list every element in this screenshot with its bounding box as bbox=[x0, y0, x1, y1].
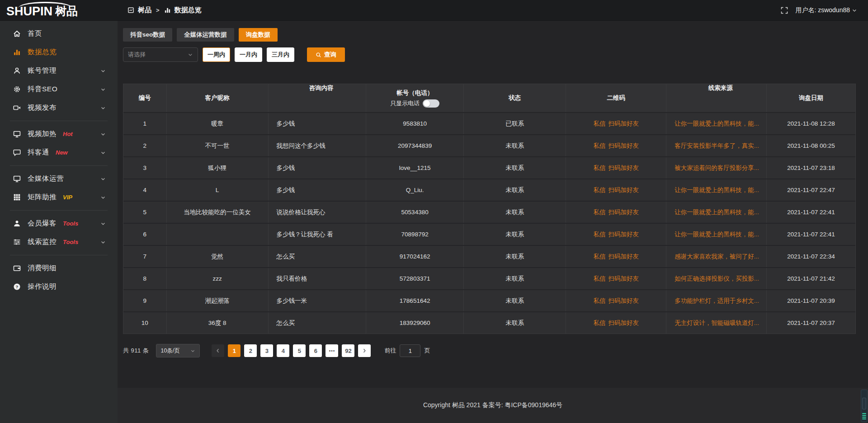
sidebar-item-8[interactable]: 全媒体运营 bbox=[0, 169, 118, 188]
lead-source-link[interactable]: 客厅安装投影半年多了，真实... bbox=[675, 142, 759, 150]
sidebar-item-badge: Hot bbox=[63, 131, 73, 137]
tab-3[interactable]: 询盘数据 bbox=[239, 28, 278, 42]
lead-source-link[interactable]: 让你一眼就爱上的黑科技，能... bbox=[675, 230, 759, 239]
inquiry-date: 2021-11-07 22:41 bbox=[767, 202, 855, 223]
page-button-1[interactable]: 1 bbox=[228, 344, 241, 357]
sidebar-item-3[interactable]: 账号管理 bbox=[0, 61, 118, 80]
status-label: 已联系 bbox=[464, 113, 566, 134]
query-button[interactable]: 查询 bbox=[307, 47, 345, 62]
prev-page-button[interactable] bbox=[212, 344, 224, 357]
logo-text-en: SHUPIN bbox=[6, 4, 52, 19]
filter-select[interactable]: 请选择 bbox=[123, 47, 198, 62]
sidebar-divider bbox=[10, 255, 108, 255]
page-button-92[interactable]: 92 bbox=[342, 344, 354, 357]
scan-add-friend-link[interactable]: 扫码加好友 bbox=[609, 253, 639, 261]
user-menu[interactable]: 用户名: zswodun88 bbox=[795, 6, 857, 14]
scan-add-friend-link[interactable]: 扫码加好友 bbox=[609, 275, 639, 283]
scan-add-friend-link[interactable]: 扫码加好友 bbox=[609, 186, 639, 194]
private-message-link[interactable]: 私信 bbox=[594, 164, 606, 172]
sidebar-item-2[interactable]: 数据总览 bbox=[0, 43, 118, 61]
page-button-2[interactable]: 2 bbox=[244, 344, 257, 357]
tab-1[interactable]: 抖音seo数据 bbox=[123, 28, 172, 42]
lead-source-link[interactable]: 无主灯设计，智能磁吸轨道灯... bbox=[675, 319, 759, 327]
toggle-knob bbox=[424, 100, 430, 107]
row-number: 6 bbox=[123, 224, 167, 245]
chevron-down-icon bbox=[100, 240, 106, 245]
fullscreen-icon[interactable] bbox=[781, 7, 788, 14]
lead-source-link[interactable]: 感谢大家喜欢我家，被问了好... bbox=[675, 253, 759, 261]
scan-add-friend-link[interactable]: 扫码加好友 bbox=[609, 120, 639, 128]
sidebar-item-badge: Tools bbox=[63, 239, 78, 245]
sidebar-item-4[interactable]: 抖音SEO bbox=[0, 80, 118, 99]
account-phone: Q_Liu. bbox=[366, 179, 463, 201]
row-number: 10 bbox=[123, 312, 167, 334]
page-size-select[interactable]: 10条/页 bbox=[156, 344, 200, 357]
private-message-link[interactable]: 私信 bbox=[594, 120, 606, 128]
page-ellipsis-button[interactable]: ••• bbox=[326, 344, 338, 357]
private-message-link[interactable]: 私信 bbox=[594, 230, 606, 239]
scan-add-friend-link[interactable]: 扫码加好友 bbox=[609, 297, 639, 305]
page-button-6[interactable]: 6 bbox=[309, 344, 322, 357]
table-header-row: 编号客户昵称咨询内容帐号（电话）只显示电话状态二维码线索来源询盘日期 bbox=[123, 84, 855, 112]
inquiry-content: 多少钱 bbox=[269, 157, 367, 179]
lead-source-link[interactable]: 让你一眼就爱上的黑科技，能... bbox=[675, 208, 759, 216]
customer-nickname: 不可一世 bbox=[167, 135, 269, 156]
scan-add-friend-link[interactable]: 扫码加好友 bbox=[609, 164, 639, 172]
private-message-link[interactable]: 私信 bbox=[594, 275, 606, 283]
lead-source-link[interactable]: 多功能护栏灯，适用于乡村文... bbox=[675, 297, 759, 305]
sidebar-item-12[interactable]: 消费明细 bbox=[0, 259, 118, 277]
sidebar-item-label: 首页 bbox=[28, 29, 42, 38]
column-header: 二维码 bbox=[566, 84, 666, 112]
private-message-link[interactable]: 私信 bbox=[594, 142, 606, 150]
phone-only-toggle[interactable] bbox=[423, 99, 439, 108]
floating-widget[interactable] bbox=[861, 390, 868, 422]
sidebar-item-11[interactable]: 线索监控Tools bbox=[0, 233, 118, 251]
next-page-button[interactable] bbox=[358, 344, 371, 357]
data-tabs: 抖音seo数据全媒体运营数据询盘数据 bbox=[123, 28, 856, 42]
private-message-link[interactable]: 私信 bbox=[594, 208, 606, 216]
period-button-3[interactable]: 三月内 bbox=[267, 47, 294, 62]
sidebar-item-9[interactable]: 矩阵助推VIP bbox=[0, 188, 118, 207]
period-button-1[interactable]: 一周内 bbox=[203, 47, 230, 62]
lead-source-link[interactable]: 如何正确选择投影仪，买投影... bbox=[675, 275, 759, 283]
row-number: 2 bbox=[123, 135, 167, 156]
private-message-link[interactable]: 私信 bbox=[594, 186, 606, 194]
lead-source-cell: 被大家追着问的客厅投影分享... bbox=[666, 157, 767, 179]
sidebar-item-5[interactable]: 视频发布 bbox=[0, 99, 118, 117]
breadcrumb-separator: > bbox=[156, 7, 160, 14]
column-header: 线索来源 bbox=[666, 84, 767, 112]
chevron-down-icon bbox=[100, 221, 106, 226]
page-button-5[interactable]: 5 bbox=[293, 344, 306, 357]
lead-source-link[interactable]: 让你一眼就爱上的黑科技，能... bbox=[675, 186, 759, 194]
sidebar-item-7[interactable]: 抖客通New bbox=[0, 143, 118, 162]
qr-code-cell: 私信扫码加好友 bbox=[566, 246, 666, 267]
lead-source-link[interactable]: 让你一眼就爱上的黑科技，能... bbox=[675, 120, 759, 128]
page-button-3[interactable]: 3 bbox=[260, 344, 273, 357]
widget-handle bbox=[862, 398, 866, 409]
goto-page-input[interactable] bbox=[400, 344, 420, 357]
private-message-link[interactable]: 私信 bbox=[594, 297, 606, 305]
status-label: 未联系 bbox=[464, 157, 566, 179]
sidebar-item-1[interactable]: 首页 bbox=[0, 24, 118, 43]
private-message-link[interactable]: 私信 bbox=[594, 319, 606, 327]
inquiry-content: 怎么买 bbox=[269, 246, 367, 267]
scan-add-friend-link[interactable]: 扫码加好友 bbox=[609, 319, 639, 327]
scan-add-friend-link[interactable]: 扫码加好友 bbox=[609, 230, 639, 239]
query-button-label: 查询 bbox=[324, 51, 336, 59]
chevron-down-icon bbox=[188, 52, 193, 57]
chevron-down-icon bbox=[100, 176, 106, 182]
lead-source-link[interactable]: 被大家追着问的客厅投影分享... bbox=[675, 164, 759, 172]
account-phone: 178651642 bbox=[366, 290, 463, 311]
breadcrumb-home[interactable]: 树品 bbox=[138, 6, 151, 14]
page-button-4[interactable]: 4 bbox=[277, 344, 289, 357]
scan-add-friend-link[interactable]: 扫码加好友 bbox=[609, 208, 639, 216]
period-button-2[interactable]: 一月内 bbox=[235, 47, 262, 62]
tab-2[interactable]: 全媒体运营数据 bbox=[177, 28, 234, 42]
sidebar-item-10[interactable]: 会员爆客Tools bbox=[0, 214, 118, 233]
private-message-link[interactable]: 私信 bbox=[594, 253, 606, 261]
sidebar-item-13[interactable]: ?操作说明 bbox=[0, 277, 118, 296]
sidebar: 首页数据总览账号管理抖音SEO视频发布视频加热Hot抖客通New全媒体运营矩阵助… bbox=[0, 21, 118, 423]
scan-add-friend-link[interactable]: 扫码加好友 bbox=[609, 142, 639, 150]
status-label: 未联系 bbox=[464, 202, 566, 223]
sidebar-item-6[interactable]: 视频加热Hot bbox=[0, 125, 118, 143]
